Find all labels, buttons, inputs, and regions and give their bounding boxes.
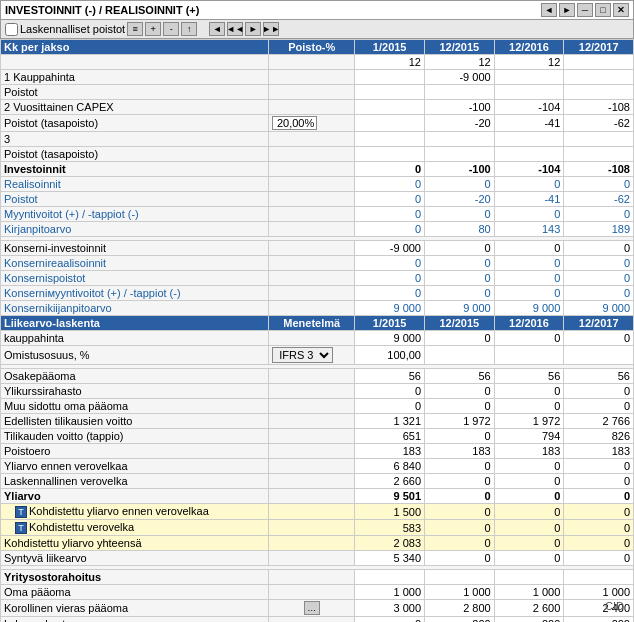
table-row-kohdistettu-yhteensa: Kohdistettu yliarvo yhteensä 2 083 0 0 0 bbox=[1, 536, 634, 551]
table-row-yliarvo-ennen: Yliarvo ennen verovelkaa 6 840 0 0 0 bbox=[1, 459, 634, 474]
table-row-omistusosuus: Omistusosuus, % IFRS 3 100,00 bbox=[1, 346, 634, 365]
table-row-osakepaaoma: Osakepääoma 56 56 56 56 bbox=[1, 369, 634, 384]
close-btn[interactable]: ✕ bbox=[613, 3, 629, 17]
toolbar: Laskennalliset poistot ≡ + - ↑ ◄ ◄◄ ► ►► bbox=[0, 20, 634, 39]
toolbar-btn-2[interactable]: + bbox=[145, 22, 161, 36]
subheader-v3: 12 bbox=[494, 55, 564, 70]
title-bar: INVESTOINNIT (-) / REALISOINNIT (+) ◄ ► … bbox=[0, 0, 634, 20]
table-row-yritysosto-header: Yritysostorahoitus bbox=[1, 570, 634, 585]
table-row: Poistot bbox=[1, 85, 634, 100]
table-row-kohdistettu-verovelka: TKohdistettu verovelka 583 0 0 0 bbox=[1, 520, 634, 536]
table-row-tilikauden: Tilikauden voitto (tappio) 651 0 794 826 bbox=[1, 429, 634, 444]
table-row-myyntivoitot: Myyntivoitot (+) / -tappiot (-) 0 0 0 0 bbox=[1, 207, 634, 222]
col-header-label: Kk per jakso bbox=[1, 40, 269, 55]
table-row-realisoinnit: Realisoinnit 0 0 0 0 bbox=[1, 177, 634, 192]
table-row-ylikurssirahasto: Ylikurssirahasto 0 0 0 0 bbox=[1, 384, 634, 399]
table-row: Poistot (tasapoisto) bbox=[1, 147, 634, 162]
col-header-1: 1/2015 bbox=[355, 40, 425, 55]
table-row-oma-paaoma: Oma pääoma 1 000 1 000 1 000 1 000 bbox=[1, 585, 634, 600]
col-header-2: 12/2015 bbox=[425, 40, 495, 55]
toolbar-btn-8[interactable]: ►► bbox=[263, 22, 279, 36]
window-controls: ◄ ► ─ □ ✕ bbox=[541, 3, 629, 17]
table-row: Poistot (tasapoisto) -20 -41 -62 bbox=[1, 115, 634, 132]
table-row-laskennallinen: Laskennallinen verovelka 2 660 0 0 0 bbox=[1, 474, 634, 489]
nav-prev[interactable]: ◄ bbox=[541, 3, 557, 17]
table-row-konserni-poistot: Konsernispoistot 0 0 0 0 bbox=[1, 271, 634, 286]
expand-icon-1[interactable]: T bbox=[15, 506, 27, 518]
col-header-3: 12/2016 bbox=[494, 40, 564, 55]
table-row-poistoero: Poistoero 183 183 183 183 bbox=[1, 444, 634, 459]
toolbar-btn-1[interactable]: ≡ bbox=[127, 22, 143, 36]
header-row: Kk per jakso Poisto-% 1/2015 12/2015 12/… bbox=[1, 40, 634, 55]
window-title: INVESTOINNIT (-) / REALISOINNIT (+) bbox=[5, 4, 199, 16]
col-header-4: 12/2017 bbox=[564, 40, 634, 55]
toolbar-btn-3[interactable]: - bbox=[163, 22, 179, 36]
table-row-konserni-kirjanpito: Konsernikiijanpitoarvo 9 000 9 000 9 000… bbox=[1, 301, 634, 316]
table-row-lyhennykset: Lyhennykset 0 -200 -200 -200 bbox=[1, 617, 634, 622]
laskennalliset-label: Laskennalliset poistot bbox=[20, 23, 125, 35]
ifrs3-select[interactable]: IFRS 3 bbox=[272, 347, 333, 363]
subheader-v1: 12 bbox=[355, 55, 425, 70]
poisto-percent-input[interactable] bbox=[272, 116, 317, 130]
table-row-kirjanpitoarvo: Kirjanpitoarvo 0 80 143 189 bbox=[1, 222, 634, 237]
subheader-method bbox=[269, 55, 355, 70]
minimize-btn[interactable]: ─ bbox=[577, 3, 593, 17]
table-row: 2 Vuosittainen CAPEX -100 -104 -108 bbox=[1, 100, 634, 115]
subheader-v2: 12 bbox=[425, 55, 495, 70]
maximize-btn[interactable]: □ bbox=[595, 3, 611, 17]
table-row-edellisten: Edellisten tilikausien voitto 1 321 1 97… bbox=[1, 414, 634, 429]
table-row-konserni-inv: Konserni-investoinnit -9 000 0 0 0 bbox=[1, 241, 634, 256]
cid-label: CID bbox=[605, 600, 624, 612]
toolbar-btn-6[interactable]: ◄◄ bbox=[227, 22, 243, 36]
table-row-kauppahinta: kauppahinta 9 000 0 0 0 bbox=[1, 331, 634, 346]
table-row: 3 bbox=[1, 132, 634, 147]
nav-next[interactable]: ► bbox=[559, 3, 575, 17]
col-header-method: Poisto-% bbox=[269, 40, 355, 55]
laskenналliset-checkbox[interactable] bbox=[5, 23, 18, 36]
table-row-syntyva: Syntyvä liikearvo 5 340 0 0 0 bbox=[1, 551, 634, 566]
expand-icon-2[interactable]: T bbox=[15, 522, 27, 534]
table-row-kohdistettu-yliarvo: TKohdistettu yliarvo ennen verovelkaa 1 … bbox=[1, 504, 634, 520]
table-row-konserni-real: Konsernireaalisoinnit 0 0 0 0 bbox=[1, 256, 634, 271]
subheader-label bbox=[1, 55, 269, 70]
liikearvo-section-header: Liikearvo-laskenta Menetelmä 1/2015 12/2… bbox=[1, 316, 634, 331]
table-row-muu-sidottu: Muu sidottu oma pääoma 0 0 0 0 bbox=[1, 399, 634, 414]
toolbar-btn-7[interactable]: ► bbox=[245, 22, 261, 36]
table-row-poistot: Poistot 0 -20 -41 -62 bbox=[1, 192, 634, 207]
toolbar-btn-5[interactable]: ◄ bbox=[209, 22, 225, 36]
table-row-yliarvo: Yliarvo 9 501 0 0 0 bbox=[1, 489, 634, 504]
table-row: 1 Kauppahinta -9 000 bbox=[1, 70, 634, 85]
main-table: Kk per jakso Poisto-% 1/2015 12/2015 12/… bbox=[0, 39, 634, 622]
subheader-row: 12 12 12 bbox=[1, 55, 634, 70]
table-row-konserni-myynti: Konserniмyyntivoitot (+) / -tappiot (-) … bbox=[1, 286, 634, 301]
korollinen-expand-btn[interactable]: … bbox=[304, 601, 320, 615]
toolbar-btn-4[interactable]: ↑ bbox=[181, 22, 197, 36]
table-row-korollinen: Korollinen vieras pääoma … 3 000 2 800 2… bbox=[1, 600, 634, 617]
subheader-v4 bbox=[564, 55, 634, 70]
table-row-investoinnit: Investoinnit 0 -100 -104 -108 bbox=[1, 162, 634, 177]
